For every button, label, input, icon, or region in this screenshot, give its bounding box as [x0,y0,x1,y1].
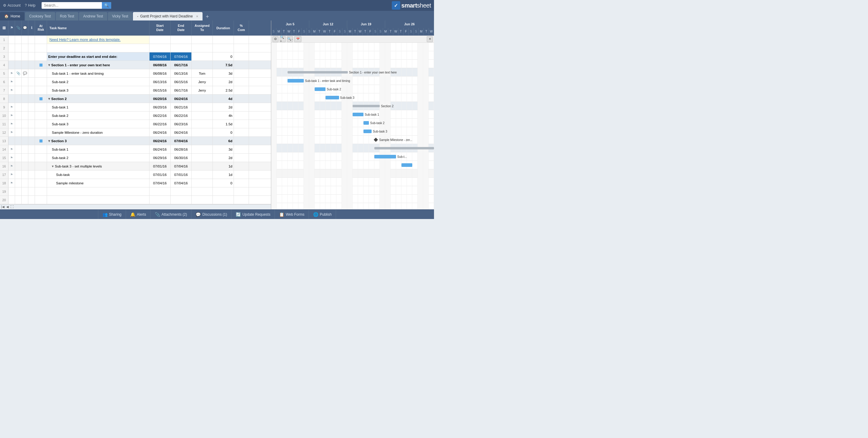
end-date-cell[interactable] [170,196,192,204]
duration-cell[interactable] [213,44,234,52]
atrisk-cell[interactable] [35,36,47,44]
atrisk-cell[interactable] [35,120,47,128]
gantt-today-button[interactable]: 📅 [294,36,301,42]
attach-cell[interactable] [15,111,22,120]
start-date-cell[interactable]: 06/08/16 [150,61,170,69]
start-date-cell[interactable]: 06/24/16 [150,137,170,145]
end-date-cell[interactable]: 07/04/16 [170,137,192,145]
task-name-cell[interactable]: Sub-task 3 [47,86,150,94]
flag-column-header[interactable]: ⚑ [8,21,15,35]
flag-cell[interactable] [8,36,15,44]
start-date-cell[interactable]: 06/22/16 [150,111,170,120]
atrisk-cell[interactable] [35,170,47,179]
end-date-cell[interactable]: 06/24/16 [170,128,192,136]
disc-cell[interactable] [22,137,28,145]
search-input[interactable] [41,2,102,8]
end-date-cell[interactable]: 06/17/16 [170,86,192,94]
prev-page-button[interactable]: ◀ [6,205,9,208]
duration-cell[interactable]: 3d [213,145,234,153]
tab-andrew[interactable]: Andrew Test [79,12,107,21]
flag-cell[interactable] [8,196,15,204]
atrisk-cell[interactable] [35,179,47,187]
atrisk-cell[interactable] [35,103,47,111]
attach-cell[interactable] [15,128,22,136]
start-date-cell[interactable] [150,36,170,44]
end-date-cell[interactable]: 06/13/16 [170,69,192,77]
flag-cell[interactable] [8,137,15,145]
end-date-cell[interactable]: 07/04/16 [170,162,192,170]
end-date-cell[interactable]: 06/23/16 [170,120,192,128]
start-date-cell[interactable]: 06/20/16 [150,95,170,103]
tab-home[interactable]: 🏠 Home [0,12,24,21]
atrisk-cell[interactable] [35,154,47,162]
start-date-cell[interactable]: 06/24/16 [150,128,170,136]
end-date-cell[interactable]: 06/30/16 [170,154,192,162]
attach-cell[interactable] [15,86,22,94]
flag-cell[interactable]: ⚑ [8,162,15,170]
pct-cell[interactable] [234,162,249,170]
assigned-cell[interactable] [192,36,213,44]
end-date-column-header[interactable]: End Date [170,21,192,35]
start-date-cell[interactable]: 07/04/16 [150,53,170,61]
start-date-cell[interactable]: 06/24/16 [150,145,170,153]
assigned-cell[interactable]: Jerry [192,78,213,86]
atrisk-cell[interactable] [35,196,47,204]
info-cell[interactable] [28,78,35,86]
attach-cell[interactable] [15,145,22,153]
assigned-cell[interactable] [192,103,213,111]
disc-cell[interactable]: 💬 [22,69,28,77]
info-column-header[interactable]: ℹ [28,21,35,35]
duration-cell[interactable]: 7.5d [213,61,234,69]
disc-cell[interactable] [22,86,28,94]
disc-cell[interactable] [22,61,28,69]
attach-cell[interactable] [15,44,22,52]
attach-cell[interactable] [15,36,22,44]
duration-cell[interactable] [213,36,234,44]
attachments-button[interactable]: 📎 Attachments (2) [151,210,192,219]
pct-cell[interactable] [234,196,249,204]
pct-cell[interactable] [234,95,249,103]
pct-complete-column-header[interactable]: % Com [234,21,249,35]
start-date-cell[interactable]: 06/15/16 [150,86,170,94]
flag-cell[interactable] [8,53,15,61]
attach-cell[interactable] [15,162,22,170]
gantt-close-button[interactable]: ✕ [427,36,433,42]
tab-vicky[interactable]: Vicky Test [108,12,133,21]
task-name-cell[interactable]: ▾Section 2 [47,95,150,103]
disc-cell[interactable] [22,78,28,86]
attach-cell[interactable] [15,103,22,111]
assigned-cell[interactable] [192,137,213,145]
assigned-cell[interactable] [192,179,213,187]
disc-cell[interactable] [22,128,28,136]
task-name-cell[interactable]: Sample milestone [47,179,150,187]
tab-rob[interactable]: Rob Test [56,12,79,21]
atrisk-cell[interactable] [35,188,47,196]
flag-cell[interactable] [8,188,15,196]
disc-cell[interactable] [22,103,28,111]
atrisk-cell[interactable] [35,128,47,136]
info-cell[interactable] [28,95,35,103]
flag-cell[interactable]: ⚑ [8,179,15,187]
duration-cell[interactable]: 3d [213,69,234,77]
task-name-cell[interactable]: Sub-task 1 [47,103,150,111]
tab-gantt-close-button[interactable]: ✕ [196,15,198,18]
attach-column-header[interactable]: 📎 [15,21,22,35]
task-name-cell[interactable]: ▾Sub-task 3 - set multiple levels [47,162,150,170]
duration-cell[interactable]: 0 [213,53,234,61]
info-cell[interactable] [28,162,35,170]
flag-cell[interactable] [8,61,15,69]
search-button[interactable]: 🔍 [102,2,111,9]
attach-cell[interactable] [15,95,22,103]
info-cell[interactable] [28,111,35,120]
attach-cell[interactable] [15,196,22,204]
start-date-cell[interactable]: 06/29/16 [150,154,170,162]
pct-cell[interactable] [234,61,249,69]
tab-gantt-close-icon[interactable]: ▪ [137,15,138,18]
assigned-cell[interactable]: Tom [192,69,213,77]
task-name-cell[interactable] [47,196,150,204]
start-date-cell[interactable]: 07/04/16 [150,179,170,187]
atrisk-cell[interactable] [35,95,47,103]
end-date-cell[interactable]: 07/04/16 [170,53,192,61]
publish-button[interactable]: 🌐 Publish [309,210,336,219]
assigned-cell[interactable] [192,128,213,136]
